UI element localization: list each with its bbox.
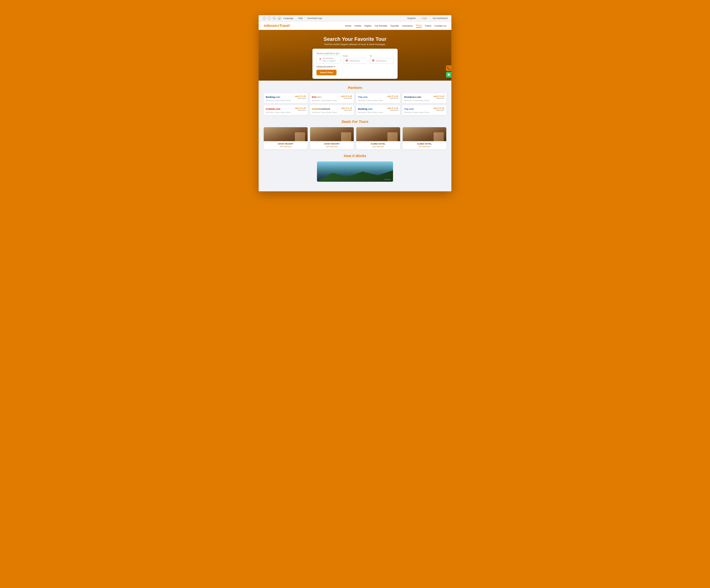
partner-booking2[interactable]: Booking.com upto 5 % off Cash back Elect… — [356, 105, 400, 115]
partner-booking1[interactable]: Booking.com upto 5 % off Cash back Elect… — [264, 93, 308, 103]
deal-name-1: HAYAT RESORT — [312, 143, 352, 145]
where-placeholder: Destination, city, or region — [323, 57, 338, 62]
to-field: To 📅 04/09/2021 — [370, 55, 394, 64]
where-field: Where would like to go? 📍 Destination, c… — [316, 52, 340, 64]
nav-links: Home Hotels Flights Car Rentals Transfer… — [345, 24, 446, 28]
nav-hotels[interactable]: Hotels — [354, 24, 361, 27]
nav-trains[interactable]: Trains — [425, 24, 431, 27]
partner-trip2[interactable]: Trip.com upto 5 % off Cash back Electron… — [402, 105, 446, 115]
emirates-desc: Electronics, Chines Shops, Phone — [312, 100, 352, 101]
hero-content: Search Your Favorite Tour Find the world… — [324, 36, 386, 46]
top-bar: f t in g+ Language | Help | Download App… — [259, 15, 451, 22]
from-label: From — [343, 55, 367, 57]
emirates-cashback: Cash back — [341, 97, 352, 99]
hotelscombined-logo: HotelsCombined — [312, 108, 330, 110]
language-link[interactable]: Language — [283, 17, 293, 20]
deal-img-2 — [356, 127, 400, 141]
booking2-desc: Electronics, Chines Shops, Phone. — [358, 112, 398, 113]
deal-item-0[interactable]: HAYAT RESORT 30% Discount — [264, 127, 308, 149]
register-link[interactable]: Register — [407, 17, 416, 20]
trip1-cashback: Cash back — [387, 97, 398, 99]
partner-hotelscombined[interactable]: HotelsCombined upto 5 % off Cash back El… — [310, 105, 354, 115]
nav-flights[interactable]: Flights — [364, 24, 372, 27]
hero-section: Search Your Favorite Tour Find the world… — [259, 30, 451, 80]
from-input[interactable]: 📅 04/09/2021 — [343, 58, 367, 64]
deal-item-3[interactable]: ALMED HOTEL 25% Discount — [403, 127, 447, 149]
linkedin-icon[interactable]: in — [273, 17, 276, 20]
twitter-icon[interactable]: t — [267, 17, 271, 20]
trip1-logo: Trip.com — [358, 96, 368, 98]
partner-rentalcars[interactable]: Rentalcars.com upto 5 % off Cash back El… — [402, 93, 446, 103]
hotels-discount: upto 5 % off — [295, 107, 306, 109]
deal-img-3 — [403, 127, 447, 141]
location-icon: 📍 — [319, 58, 322, 61]
search-box: Where would like to go? 📍 Destination, c… — [312, 49, 398, 79]
emirates-discount: upto 5 % off — [341, 95, 352, 97]
googleplus-icon[interactable]: g+ — [278, 17, 281, 20]
hotels-cashback: Cash back — [295, 109, 306, 111]
partners-title: Partners — [264, 86, 446, 90]
trip1-discount: upto 5 % off — [387, 95, 398, 97]
trip2-discount: upto 5 % off — [433, 107, 444, 109]
nav-carrentals[interactable]: Car Rentals — [375, 24, 387, 27]
logo[interactable]: mileson✈Travel — [264, 24, 289, 28]
deal-discount-0: 30% Discount — [266, 145, 306, 148]
hotels-desc: Electronics, Chines Shops, Phone. — [266, 112, 306, 113]
logo-text2: on — [273, 24, 277, 28]
how-works-image: envato — [317, 162, 393, 182]
download-link[interactable]: Download App — [307, 17, 322, 20]
booking-logo: Booking.com — [266, 96, 280, 98]
deal-item-1[interactable]: HAYAT RESORT 30% Discount — [310, 127, 354, 149]
envato-watermark: envato — [384, 178, 390, 180]
deal-img-0 — [264, 127, 308, 141]
main-content: Partners Booking.com upto 5 % off Cash b… — [259, 80, 451, 191]
deal-discount-3: 25% Discount — [405, 145, 445, 148]
partners-row1: Booking.com upto 5 % off Cash back Elect… — [264, 93, 446, 103]
deal-img-1 — [310, 127, 354, 141]
deal-discount-2: 25% Discount — [358, 145, 398, 148]
login-link[interactable]: Login — [421, 17, 427, 20]
how-works-section: How it Works envato — [264, 154, 446, 182]
whatsapp-button[interactable]: 💬 — [446, 72, 451, 78]
hotels-logo: H Hotels.com — [266, 108, 281, 110]
advanced-search-link[interactable]: Advanced search ▾ — [316, 66, 394, 68]
help-link[interactable]: Help — [298, 17, 303, 20]
nav-contact[interactable]: Contact Us — [434, 24, 446, 27]
deals-section: Deals For Tours HAYAT RESORT 30% Discoun… — [264, 120, 446, 149]
nav-transfer[interactable]: Transfer — [390, 24, 399, 27]
booking1-discount: upto 5 % off — [295, 95, 306, 97]
deal-name-3: ALMED HOTEL — [405, 143, 445, 145]
where-label: Where would like to go? — [316, 52, 340, 55]
deal-item-2[interactable]: ALMED HOTEL 25% Discount — [356, 127, 400, 149]
facebook-icon[interactable]: f — [262, 17, 266, 20]
nav-tours[interactable]: Tours — [416, 24, 422, 28]
from-value: 04/09/2021 — [350, 59, 360, 62]
mountain-shape — [317, 169, 393, 182]
to-input[interactable]: 📅 04/09/2021 — [370, 58, 394, 64]
hero-title: Search Your Favorite Tour — [324, 36, 386, 42]
trip2-logo: Trip.com — [404, 108, 414, 110]
partner-hotels[interactable]: H Hotels.com upto 5 % off Cash back Elec… — [264, 105, 308, 115]
deals-title: Deals For Tours — [264, 120, 446, 124]
chevron-down-icon: ▾ — [334, 66, 335, 68]
logo-text3: Travel — [279, 24, 289, 28]
calendar-from-icon: 📅 — [346, 59, 348, 62]
dashboard-link[interactable]: My Dashboard — [433, 17, 448, 20]
deals-grid: HAYAT RESORT 30% Discount HAYAT RESORT 3… — [264, 127, 446, 149]
logo-plane-icon: ✈ — [277, 24, 279, 27]
partner-emirates[interactable]: Emirates upto 5 % off Cash back Electron… — [310, 93, 354, 103]
search-now-button[interactable]: Search Now — [316, 70, 337, 75]
how-works-title: How it Works — [264, 154, 446, 158]
trip2-desc: Electronics, Chines Shops, Phone. — [404, 112, 444, 113]
hotelscombined-discount: upto 5 % off — [341, 107, 352, 109]
rentalcars-logo: Rentalcars.com — [404, 96, 421, 98]
hotelscombined-desc: Electronics, Chines Shops, Phone — [312, 112, 352, 113]
emirates-logo: Emirates — [312, 96, 322, 98]
advanced-search-label: Advanced search — [316, 66, 333, 68]
nav-home[interactable]: Home — [345, 24, 352, 27]
where-input[interactable]: 📍 Destination, city, or region — [316, 55, 340, 64]
nav-insurance[interactable]: Insurance — [402, 24, 413, 27]
partner-trip1[interactable]: Trip.com upto 5 % off Cash back Electron… — [356, 93, 400, 103]
phone-button[interactable]: 📞 — [446, 66, 451, 71]
booking1-desc: Electronics, Chines Shops, Phone. — [266, 100, 306, 101]
